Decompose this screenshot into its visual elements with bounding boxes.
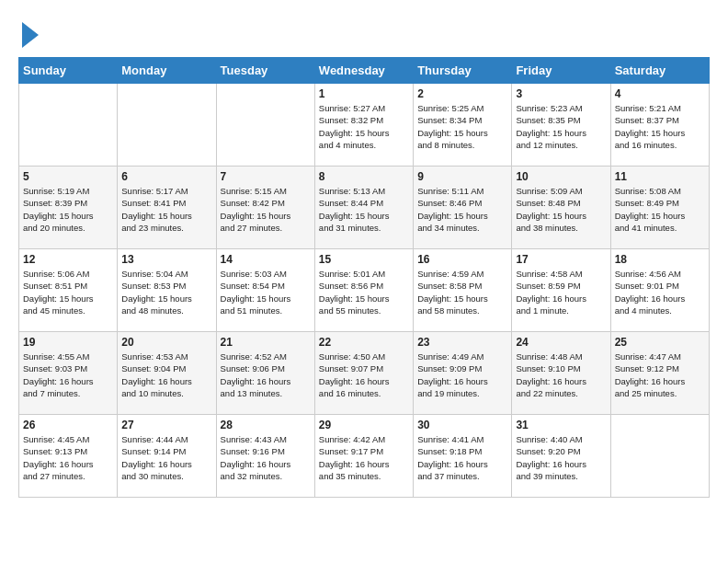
day-number: 27 bbox=[121, 419, 211, 431]
day-number: 21 bbox=[221, 336, 311, 349]
day-number: 24 bbox=[516, 336, 606, 349]
calendar-cell: 11Sunrise: 5:08 AM Sunset: 8:49 PM Dayli… bbox=[610, 167, 709, 249]
calendar-cell: 12Sunrise: 5:06 AM Sunset: 8:51 PM Dayli… bbox=[19, 249, 118, 332]
calendar-cell: 1Sunrise: 5:27 AM Sunset: 8:32 PM Daylig… bbox=[314, 84, 413, 167]
day-number: 30 bbox=[417, 419, 507, 431]
calendar-cell: 26Sunrise: 4:45 AM Sunset: 9:13 PM Dayli… bbox=[19, 415, 118, 498]
calendar-cell: 23Sunrise: 4:49 AM Sunset: 9:09 PM Dayli… bbox=[414, 332, 512, 415]
calendar-cell: 30Sunrise: 4:41 AM Sunset: 9:18 PM Dayli… bbox=[414, 415, 512, 498]
day-number: 8 bbox=[319, 170, 409, 183]
col-header-saturday: Saturday bbox=[610, 58, 709, 84]
calendar-cell: 13Sunrise: 5:04 AM Sunset: 8:53 PM Dayli… bbox=[118, 249, 216, 332]
day-number: 11 bbox=[615, 170, 705, 183]
cell-content: Sunrise: 4:42 AM Sunset: 9:17 PM Dayligh… bbox=[319, 433, 409, 482]
cell-content: Sunrise: 4:40 AM Sunset: 9:20 PM Dayligh… bbox=[516, 433, 606, 482]
day-number: 31 bbox=[516, 419, 606, 431]
day-number: 12 bbox=[23, 253, 113, 266]
day-number: 25 bbox=[615, 336, 705, 349]
week-row-2: 5Sunrise: 5:19 AM Sunset: 8:39 PM Daylig… bbox=[19, 167, 710, 249]
cell-content: Sunrise: 4:43 AM Sunset: 9:16 PM Dayligh… bbox=[221, 433, 311, 482]
calendar-cell: 6Sunrise: 5:17 AM Sunset: 8:41 PM Daylig… bbox=[118, 167, 216, 249]
cell-content: Sunrise: 5:27 AM Sunset: 8:32 PM Dayligh… bbox=[319, 102, 409, 151]
day-number: 29 bbox=[319, 419, 409, 431]
cell-content: Sunrise: 4:52 AM Sunset: 9:06 PM Dayligh… bbox=[221, 350, 311, 399]
cell-content: Sunrise: 5:06 AM Sunset: 8:51 PM Dayligh… bbox=[23, 268, 113, 316]
calendar-cell: 21Sunrise: 4:52 AM Sunset: 9:06 PM Dayli… bbox=[216, 332, 314, 415]
calendar-cell: 8Sunrise: 5:13 AM Sunset: 8:44 PM Daylig… bbox=[314, 167, 413, 249]
calendar-cell bbox=[610, 415, 709, 498]
day-number: 16 bbox=[417, 253, 507, 266]
cell-content: Sunrise: 4:56 AM Sunset: 9:01 PM Dayligh… bbox=[615, 268, 705, 316]
day-number: 19 bbox=[23, 336, 113, 349]
day-number: 14 bbox=[221, 253, 311, 266]
week-row-5: 26Sunrise: 4:45 AM Sunset: 9:13 PM Dayli… bbox=[19, 415, 710, 498]
cell-content: Sunrise: 4:58 AM Sunset: 8:59 PM Dayligh… bbox=[516, 268, 606, 316]
calendar-cell: 27Sunrise: 4:44 AM Sunset: 9:14 PM Dayli… bbox=[118, 415, 216, 498]
day-number: 26 bbox=[23, 419, 113, 431]
header-row: SundayMondayTuesdayWednesdayThursdayFrid… bbox=[19, 58, 710, 84]
calendar-table: SundayMondayTuesdayWednesdayThursdayFrid… bbox=[18, 57, 710, 498]
cell-content: Sunrise: 5:25 AM Sunset: 8:34 PM Dayligh… bbox=[417, 102, 507, 151]
day-number: 20 bbox=[121, 336, 211, 349]
cell-content: Sunrise: 5:09 AM Sunset: 8:48 PM Dayligh… bbox=[516, 185, 606, 234]
day-number: 7 bbox=[221, 170, 311, 183]
day-number: 13 bbox=[121, 253, 211, 266]
week-row-4: 19Sunrise: 4:55 AM Sunset: 9:03 PM Dayli… bbox=[19, 332, 710, 415]
calendar-cell: 29Sunrise: 4:42 AM Sunset: 9:17 PM Dayli… bbox=[314, 415, 413, 498]
calendar-cell: 19Sunrise: 4:55 AM Sunset: 9:03 PM Dayli… bbox=[19, 332, 118, 415]
day-number: 3 bbox=[516, 87, 606, 100]
cell-content: Sunrise: 5:04 AM Sunset: 8:53 PM Dayligh… bbox=[121, 268, 211, 316]
cell-content: Sunrise: 5:23 AM Sunset: 8:35 PM Dayligh… bbox=[516, 102, 606, 151]
cell-content: Sunrise: 4:55 AM Sunset: 9:03 PM Dayligh… bbox=[23, 350, 113, 399]
cell-content: Sunrise: 5:01 AM Sunset: 8:56 PM Dayligh… bbox=[319, 268, 409, 316]
col-header-wednesday: Wednesday bbox=[314, 58, 413, 84]
cell-content: Sunrise: 4:45 AM Sunset: 9:13 PM Dayligh… bbox=[23, 433, 113, 482]
day-number: 10 bbox=[516, 170, 606, 183]
day-number: 23 bbox=[417, 336, 507, 349]
cell-content: Sunrise: 4:53 AM Sunset: 9:04 PM Dayligh… bbox=[121, 350, 211, 399]
page-header bbox=[18, 18, 710, 48]
calendar-cell: 18Sunrise: 4:56 AM Sunset: 9:01 PM Dayli… bbox=[610, 249, 709, 332]
col-header-thursday: Thursday bbox=[414, 58, 512, 84]
day-number: 6 bbox=[121, 170, 211, 183]
calendar-cell: 7Sunrise: 5:15 AM Sunset: 8:42 PM Daylig… bbox=[216, 167, 314, 249]
cell-content: Sunrise: 4:59 AM Sunset: 8:58 PM Dayligh… bbox=[417, 268, 507, 316]
cell-content: Sunrise: 4:48 AM Sunset: 9:10 PM Dayligh… bbox=[516, 350, 606, 399]
calendar-cell: 10Sunrise: 5:09 AM Sunset: 8:48 PM Dayli… bbox=[512, 167, 610, 249]
logo bbox=[18, 18, 39, 48]
cell-content: Sunrise: 4:41 AM Sunset: 9:18 PM Dayligh… bbox=[417, 433, 507, 482]
calendar-cell: 25Sunrise: 4:47 AM Sunset: 9:12 PM Dayli… bbox=[610, 332, 709, 415]
calendar-cell: 20Sunrise: 4:53 AM Sunset: 9:04 PM Dayli… bbox=[118, 332, 216, 415]
day-number: 9 bbox=[417, 170, 507, 183]
day-number: 15 bbox=[319, 253, 409, 266]
calendar-cell: 15Sunrise: 5:01 AM Sunset: 8:56 PM Dayli… bbox=[314, 249, 413, 332]
day-number: 17 bbox=[516, 253, 606, 266]
calendar-cell: 5Sunrise: 5:19 AM Sunset: 8:39 PM Daylig… bbox=[19, 167, 118, 249]
cell-content: Sunrise: 5:17 AM Sunset: 8:41 PM Dayligh… bbox=[121, 185, 211, 234]
calendar-cell: 9Sunrise: 5:11 AM Sunset: 8:46 PM Daylig… bbox=[414, 167, 512, 249]
cell-content: Sunrise: 4:50 AM Sunset: 9:07 PM Dayligh… bbox=[319, 350, 409, 399]
week-row-3: 12Sunrise: 5:06 AM Sunset: 8:51 PM Dayli… bbox=[19, 249, 710, 332]
calendar-cell: 2Sunrise: 5:25 AM Sunset: 8:34 PM Daylig… bbox=[414, 84, 512, 167]
calendar-cell: 14Sunrise: 5:03 AM Sunset: 8:54 PM Dayli… bbox=[216, 249, 314, 332]
week-row-1: 1Sunrise: 5:27 AM Sunset: 8:32 PM Daylig… bbox=[19, 84, 710, 167]
day-number: 5 bbox=[23, 170, 113, 183]
calendar-cell: 22Sunrise: 4:50 AM Sunset: 9:07 PM Dayli… bbox=[314, 332, 413, 415]
calendar-cell: 17Sunrise: 4:58 AM Sunset: 8:59 PM Dayli… bbox=[512, 249, 610, 332]
calendar-cell: 4Sunrise: 5:21 AM Sunset: 8:37 PM Daylig… bbox=[610, 84, 709, 167]
cell-content: Sunrise: 5:03 AM Sunset: 8:54 PM Dayligh… bbox=[221, 268, 311, 316]
cell-content: Sunrise: 5:19 AM Sunset: 8:39 PM Dayligh… bbox=[23, 185, 113, 234]
cell-content: Sunrise: 4:44 AM Sunset: 9:14 PM Dayligh… bbox=[121, 433, 211, 482]
col-header-tuesday: Tuesday bbox=[216, 58, 314, 84]
col-header-friday: Friday bbox=[512, 58, 610, 84]
day-number: 2 bbox=[417, 87, 507, 100]
logo-text-block bbox=[18, 18, 39, 48]
col-header-monday: Monday bbox=[118, 58, 216, 84]
calendar-cell: 28Sunrise: 4:43 AM Sunset: 9:16 PM Dayli… bbox=[216, 415, 314, 498]
calendar-cell: 3Sunrise: 5:23 AM Sunset: 8:35 PM Daylig… bbox=[512, 84, 610, 167]
cell-content: Sunrise: 5:11 AM Sunset: 8:46 PM Dayligh… bbox=[417, 185, 507, 234]
calendar-cell: 24Sunrise: 4:48 AM Sunset: 9:10 PM Dayli… bbox=[512, 332, 610, 415]
cell-content: Sunrise: 5:08 AM Sunset: 8:49 PM Dayligh… bbox=[615, 185, 705, 234]
day-number: 22 bbox=[319, 336, 409, 349]
day-number: 1 bbox=[319, 87, 409, 100]
